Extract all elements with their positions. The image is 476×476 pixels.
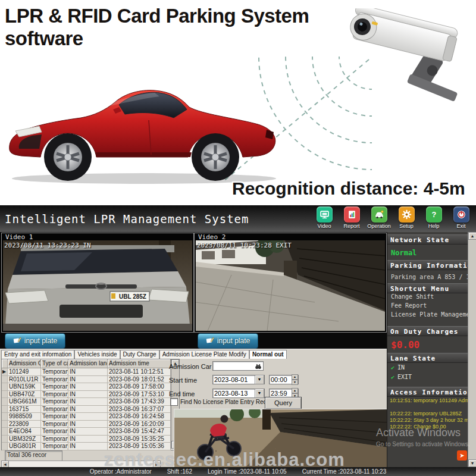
admission-table: Admission CardType of carAdmission laneA… bbox=[1, 359, 180, 450]
tab-bar: Entry and exit informationVehicles insid… bbox=[1, 350, 287, 359]
tab-admission-license-plate-modify[interactable]: Admission License Plate Modify bbox=[159, 350, 249, 359]
table-cell: 9988509 bbox=[8, 413, 41, 421]
status-segment: Current Time :2023-08-11 10:23 bbox=[302, 468, 387, 475]
no-plate-checkbox-label: Find No License Plate Entry Record bbox=[180, 399, 275, 405]
table-cell: 2023-08-09 15:35:25 bbox=[108, 436, 171, 443]
table-cell: 2023-08-09 15:42:47 bbox=[108, 428, 171, 436]
toolbar-button-label: Video bbox=[318, 223, 331, 229]
table-row[interactable]: R010LU1RTemporaryIN2023-08-09 18:01:52 bbox=[2, 376, 179, 384]
toolbar-button-exit[interactable]: Exit bbox=[449, 206, 474, 229]
scroll-up-icon[interactable]: ▲ bbox=[468, 232, 476, 240]
recognition-distance-text: Recognition distance: 4-5m bbox=[232, 178, 465, 199]
end-date-select[interactable]: 2023-08-13 ▼ bbox=[212, 389, 265, 398]
on-duty-charges-header: On Duty Charges bbox=[387, 326, 468, 336]
input-plate-button-2[interactable]: input plate bbox=[198, 333, 258, 349]
toolbar-button-operation[interactable]: Operation bbox=[367, 206, 392, 229]
row-selector bbox=[2, 398, 8, 406]
table-cell: 163715 bbox=[8, 406, 41, 414]
spinner-arrows-icon[interactable]: ▲▼ bbox=[292, 374, 298, 385]
operation-car-icon bbox=[371, 206, 387, 223]
table-row[interactable]: UBG661MTemporaryIN2023-08-09 17:43:39 bbox=[2, 398, 179, 406]
lane-state-header: Lane State bbox=[387, 353, 468, 363]
svg-text:?: ? bbox=[431, 210, 436, 219]
toolbar-button-report[interactable]: Report bbox=[339, 206, 364, 229]
table-cell: UBG661M bbox=[8, 398, 41, 406]
scroll-down-icon[interactable]: ▼ bbox=[468, 459, 476, 467]
video1-label: Video 1 bbox=[5, 233, 33, 241]
video2-timestamp: 2023/08/11 10:23:28 EXIT bbox=[197, 242, 292, 249]
toolbar-button-label: Report bbox=[343, 223, 359, 229]
table-cell: IN bbox=[68, 413, 108, 421]
end-time-label: End time bbox=[169, 390, 195, 397]
toolbar-button-video[interactable]: Video bbox=[312, 206, 337, 229]
table-row[interactable]: 223809TemporaryIN2023-08-09 16:20:09 bbox=[2, 421, 179, 428]
status-segment: Login Time :2023-08-11 10:05 bbox=[208, 468, 287, 475]
title-bar: Intelligent LPR Management System VideoR… bbox=[0, 205, 476, 232]
start-date-value: 2023-08-01 bbox=[213, 375, 255, 384]
input-plate-button-1[interactable]: input plate bbox=[5, 333, 65, 349]
tab-vehicles-inside[interactable]: Vehicles inside bbox=[74, 350, 120, 359]
toolbar-button-setup[interactable]: Setup bbox=[394, 206, 419, 229]
table-row[interactable]: UBN159KTemporaryIN2023-08-09 17:58:00 bbox=[2, 383, 179, 391]
start-clock-value: 00:00 bbox=[270, 375, 292, 384]
check-icon: ✔ bbox=[391, 364, 394, 371]
header-gutter bbox=[2, 359, 8, 368]
table-row[interactable]: E4EO84TemporaryIN2023-08-09 15:42:47 bbox=[2, 428, 179, 436]
start-clock-spinner[interactable]: 00:00 ▲▼ bbox=[269, 375, 299, 384]
report-chart-icon bbox=[344, 206, 360, 223]
no-plate-checkbox[interactable] bbox=[170, 398, 178, 406]
window-vertical-scrollbar[interactable]: ▲ ▼ bbox=[468, 232, 476, 467]
table-cell: Temporary bbox=[41, 368, 68, 376]
help-question-icon: ? bbox=[426, 206, 442, 223]
table-row[interactable]: UBM329ZTemporaryIN2023-08-09 15:35:25 bbox=[2, 436, 179, 443]
parking-info-value: Parking area A 853 / 1000 bbox=[391, 274, 476, 280]
tab-normal-out[interactable]: Normal out bbox=[249, 350, 287, 359]
parking-info-header: Parking Information bbox=[387, 260, 468, 270]
table-cell: Temporary bbox=[41, 413, 68, 421]
table-cell: 2023-08-09 16:20:09 bbox=[108, 421, 171, 428]
chevron-down-icon[interactable]: ▼ bbox=[255, 375, 264, 384]
setup-gear-icon bbox=[399, 206, 415, 223]
table-cell: Temporary bbox=[41, 398, 68, 406]
table-cell: Temporary bbox=[41, 443, 68, 450]
lane-in: ✔IN bbox=[391, 364, 412, 371]
toolbar-button-help[interactable]: ?Help bbox=[421, 206, 446, 229]
table-row[interactable]: ▶101249TemporaryIN2023-08-11 10:12:51 bbox=[2, 368, 179, 376]
column-header-admission-card: Admission Card bbox=[8, 359, 41, 368]
row-selector bbox=[2, 383, 8, 391]
tab-entry-and-exit-information[interactable]: Entry and exit information bbox=[1, 350, 74, 359]
lane-label: EXIT bbox=[397, 374, 412, 380]
car-no-input[interactable] bbox=[212, 361, 264, 371]
table-cell: R010LU1R bbox=[8, 376, 41, 384]
query-button[interactable]: Query bbox=[265, 397, 302, 409]
video2-panel: Video 2 2023/08/11 10:23:28 EXIT bbox=[194, 233, 387, 333]
no-plate-checkbox-row: Find No License Plate Entry Record bbox=[170, 398, 275, 406]
table-row[interactable]: 163715TemporaryIN2023-08-09 16:37:07 bbox=[2, 406, 179, 414]
notification-icon[interactable]: ➤ bbox=[457, 450, 467, 461]
lane-list: ✔IN✔EXIT bbox=[391, 364, 412, 383]
network-state-value: Normal bbox=[391, 249, 416, 257]
table-row[interactable]: 9988509TemporaryIN2023-08-09 16:24:58 bbox=[2, 413, 179, 421]
tab-duty-charge[interactable]: Duty Charge bbox=[120, 350, 159, 359]
table-cell: UBN159K bbox=[8, 383, 41, 391]
on-duty-charges-value: $0.00 bbox=[391, 339, 419, 350]
row-selector bbox=[2, 443, 8, 450]
shortcut-license-plate-management[interactable]: License Plate Management bbox=[391, 311, 476, 318]
shortcut-change-shift[interactable]: Change Shift bbox=[391, 293, 476, 300]
table-cell: Temporary bbox=[41, 428, 68, 436]
row-selector bbox=[2, 406, 8, 414]
table-cell: Temporary bbox=[41, 376, 68, 384]
shortcut-fee-report[interactable]: Fee Report bbox=[391, 302, 476, 309]
table-row[interactable]: UBB470ZTemporaryIN2023-08-09 17:53:10 bbox=[2, 391, 179, 399]
status-segment: Shift :162 bbox=[167, 468, 192, 475]
table-cell: Temporary bbox=[41, 391, 68, 399]
table-row[interactable]: UBG801RTemporaryIN2023-08-09 15:05:36 bbox=[2, 443, 179, 450]
start-date-select[interactable]: 2023-08-01 ▼ bbox=[212, 375, 265, 384]
binoculars-search-icon[interactable] bbox=[255, 363, 262, 371]
check-icon: ✔ bbox=[391, 374, 394, 380]
table-cell: Temporary bbox=[41, 406, 68, 414]
chevron-down-icon[interactable]: ▼ bbox=[255, 389, 264, 398]
red-sports-car-graphic bbox=[6, 83, 286, 187]
toolbar-button-label: Help bbox=[428, 223, 440, 229]
table-cell: 2023-08-11 10:12:51 bbox=[108, 368, 171, 376]
